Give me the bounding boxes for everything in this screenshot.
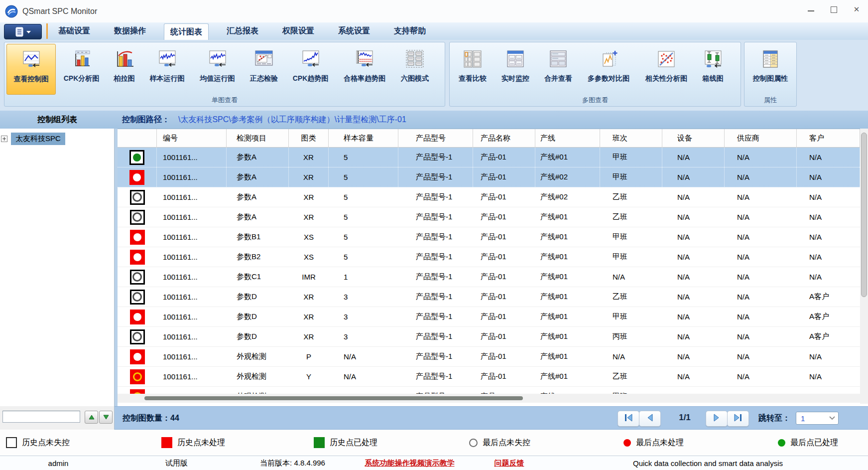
cell: N/A [329,387,398,394]
column-header-4[interactable]: 样本容量 [329,129,398,147]
table-row[interactable]: 1001161...外观检测YN/A产品型号-1产品-01产线#01乙班N/AN… [118,367,860,387]
first-page-button[interactable] [618,411,639,427]
ribbon-item-six-chart-mode[interactable]: 六图模式 [394,44,436,95]
cell: 产品-01 [473,267,535,287]
tree-expander-icon[interactable] [1,136,7,142]
cell: 参数A [227,167,289,187]
cell: 产线#01 [535,267,600,287]
cell: 产线#01 [535,387,600,394]
ribbon-item-cpk-trend-chart[interactable]: CPK趋势图 [286,44,335,95]
tree-item-taiyou-spc[interactable]: 太友科技SPC [1,133,65,145]
cell: N/A [662,227,725,247]
tab-system-settings[interactable]: 系统设置 [332,22,376,40]
cell: N/A [662,267,725,287]
column-header-6[interactable]: 产品名称 [473,129,535,147]
ribbon-item-view-control-chart[interactable]: 查看控制图 [6,44,56,95]
circle-hollow-icon [469,439,478,447]
status-video-tutorial-link[interactable]: 系统功能操作视频演示教学 [349,456,471,470]
column-header-0[interactable] [118,129,157,147]
horizontal-scrollbar[interactable] [118,394,860,403]
column-header-2[interactable]: 检测项目 [227,129,289,147]
status-icon-red-ring [130,389,145,394]
table-row[interactable]: 1001161...参数AXR5产品型号-1产品-01产线#02甲班N/AN/A… [118,167,860,187]
horizontal-scrollbar-thumb[interactable] [144,396,523,400]
column-header-7[interactable]: 产线 [535,129,600,147]
status-feedback-link[interactable]: 问题反馈 [471,456,548,470]
tab-summary-reports[interactable]: 汇总报表 [221,22,264,40]
ribbon-item-correlation-analysis-chart[interactable]: 相关性分析图 [638,44,695,95]
ribbon-item-label: 多参数对比图 [588,74,629,83]
column-header-8[interactable]: 班次 [600,129,662,147]
table-row[interactable]: 1001161...外观检测YN/A产品型号-1产品-01产线#01甲班N/AN… [118,387,860,394]
maximize-button[interactable] [822,0,845,19]
ribbon-item-realtime-monitor[interactable]: 实时监控 [495,44,536,95]
chart-path-value: \太友科技SPC\参考案例（以工序顺序构建）\计量型检测\工序-01 [178,115,406,125]
ribbon-item-label: CPK趋势图 [293,74,329,83]
cell: P [289,347,329,366]
cell: N/A [662,327,725,346]
table-row[interactable]: 1001161...参数AXR5产品型号-1产品-01产线#01乙班N/AN/A… [118,207,860,227]
status-dot [132,332,142,341]
ribbon-item-box-plot-chart[interactable]: 箱线图 [696,44,730,95]
table-row[interactable]: 1001161...外观检测PN/A产品型号-1产品-01产线#01N/AN/A… [118,347,860,367]
ribbon-group-2: 控制图属性属性 [744,42,797,107]
close-button[interactable]: ✕ [845,0,868,19]
app-menu-button[interactable] [4,24,42,39]
move-up-button[interactable] [85,411,98,424]
table-row[interactable]: 1001161...参数DXR3产品型号-1产品-01产线#01丙班N/AN/A… [118,327,860,347]
previous-page-button[interactable] [639,411,661,427]
tab-statistic-charts[interactable]: 统计图表 [164,23,209,40]
table-body: 1001161...参数AXR5产品型号-1产品-01产线#01甲班N/AN/A… [118,148,860,394]
cell: 产品-01 [473,307,535,326]
ribbon-item-label: 均值运行图 [200,74,235,83]
tab-data-operations[interactable]: 数据操作 [108,22,152,40]
table-row[interactable]: 1001161...参数DXR3产品型号-1产品-01产线#01乙班N/AN/A… [118,287,860,307]
tab-support-help[interactable]: 支持帮助 [388,22,432,40]
tree-filter-area [0,406,115,430]
column-header-10[interactable]: 供应商 [725,129,797,147]
cell: 外观检测 [227,387,289,394]
ribbon-item-control-chart-properties[interactable]: 控制图属性 [746,44,794,95]
column-header-1[interactable]: 编号 [157,129,227,147]
ribbon-item-label: 样本运行图 [150,74,185,83]
table-row[interactable]: 1001161...参数B1XS5产品型号-1产品-01产线#01甲班N/AN/… [118,227,860,247]
ribbon-item-mean-run-chart[interactable]: 均值运行图 [193,44,242,95]
column-header-5[interactable]: 产品型号 [398,129,473,147]
column-header-11[interactable]: 客户 [797,129,860,147]
column-header-3[interactable]: 图类 [289,129,329,147]
minimize-button[interactable] [799,0,822,19]
vertical-scrollbar[interactable] [860,129,868,404]
ribbon-item-multi-parameter-compare-chart[interactable]: 多参数对比图 [580,44,637,95]
cell: 参数D [227,307,289,326]
table-row[interactable]: 1001161...参数B2XS5产品型号-1产品-01产线#01甲班N/AN/… [118,247,860,267]
last-page-button[interactable] [727,411,749,427]
vertical-scrollbar-thumb[interactable] [861,133,867,297]
cell: 1001161... [157,347,227,366]
control-group-list-title: 控制组列表 [0,115,115,125]
tab-basic-settings[interactable]: 基础设置 [52,22,96,40]
ribbon-item-pass-rate-trend-chart[interactable]: 合格率趋势图 [336,44,393,95]
ribbon-item-cpk-analysis-chart[interactable]: CPK分析图 [57,44,106,95]
next-page-button[interactable] [706,411,728,427]
tab-permission-settings[interactable]: 权限设置 [276,22,320,40]
cell: N/A [662,167,725,187]
cell: 产品型号-1 [398,247,473,267]
ribbon-item-sample-run-chart[interactable]: 样本运行图 [142,44,192,95]
table-row[interactable]: 1001161...参数C1IMR1产品型号-1产品-01产线#01N/AN/A… [118,267,860,287]
table-row[interactable]: 1001161...参数AXR5产品型号-1产品-01产线#01甲班N/AN/A… [118,148,860,167]
ribbon-item-normality-test[interactable]: 正态检验 [243,44,285,95]
ribbon-item-view-compare[interactable]: 查看比较 [452,44,494,95]
table-row[interactable]: 1001161...参数DXR3产品型号-1产品-01产线#01甲班N/AN/A… [118,307,860,327]
ribbon-item-pareto-chart[interactable]: 柏拉图 [107,44,141,95]
jump-page-select[interactable]: 1 [796,412,839,425]
ribbon-item-merged-view[interactable]: 合并查看 [537,44,579,95]
cell: 1001161... [157,227,227,247]
move-down-button[interactable] [99,411,113,424]
status-icon-hollow [130,210,145,225]
column-header-9[interactable]: 设备 [662,129,725,147]
tree-filter-input[interactable] [2,411,80,423]
status-icon-green-dot [129,150,144,165]
cell: 参数D [227,327,289,346]
table-row[interactable]: 1001161...参数AXR5产品型号-1产品-01产线#02乙班N/AN/A… [118,187,860,207]
page-indicator: 1/1 [670,413,700,423]
